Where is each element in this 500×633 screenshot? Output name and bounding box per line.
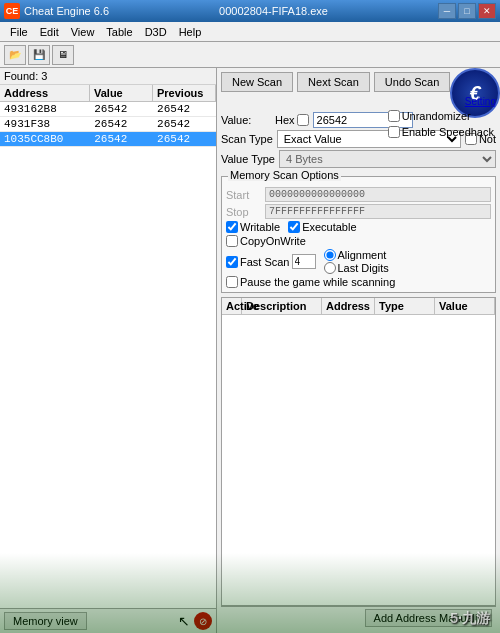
last-digits-label: Last Digits xyxy=(338,262,389,274)
table-row[interactable]: 493162B8 26542 26542 xyxy=(0,102,216,117)
window-controls: ─ □ ✕ xyxy=(438,3,496,19)
next-scan-button[interactable]: Next Scan xyxy=(297,72,370,92)
app-name: Cheat Engine 6.6 xyxy=(24,5,109,17)
col-previous: Previous xyxy=(153,85,216,101)
address-table-body xyxy=(222,315,495,605)
copyonwrite-label: CopyOnWrite xyxy=(240,235,306,247)
title-bar: CE Cheat Engine 6.6 00002804-FIFA18.exe … xyxy=(0,0,500,22)
menu-edit[interactable]: Edit xyxy=(34,24,65,40)
speedhack-checkbox[interactable] xyxy=(388,126,400,138)
copyonwrite-row: CopyOnWrite xyxy=(226,235,491,247)
new-scan-button[interactable]: New Scan xyxy=(221,72,293,92)
table-row[interactable]: 4931F38 26542 26542 xyxy=(0,117,216,132)
window-title: 00002804-FIFA18.exe xyxy=(109,5,438,17)
watermark: 5·九游 xyxy=(450,610,490,628)
alignment-group: Alignment xyxy=(324,249,389,261)
cell-address: 1035CC8B0 xyxy=(0,132,90,146)
cell-previous: 26542 xyxy=(153,102,216,116)
app-icon: CE xyxy=(4,3,20,19)
executable-group: Executable xyxy=(288,221,356,233)
menu-file[interactable]: File xyxy=(4,24,34,40)
value-type-label: Value Type xyxy=(221,153,275,165)
col-type-h: Type xyxy=(375,298,435,314)
fast-scan-checkbox[interactable] xyxy=(226,256,238,268)
writable-group: Writable xyxy=(226,221,280,233)
extra-options: Unrandomizer Enable Speedhack xyxy=(388,110,494,138)
value-label: Value: xyxy=(221,114,271,126)
cell-value: 26542 xyxy=(90,132,153,146)
memory-scan-options: Memory Scan Options Start Stop Writable xyxy=(221,176,496,293)
value-type-select[interactable]: 4 Bytes xyxy=(279,150,496,168)
cell-previous: 26542 xyxy=(153,132,216,146)
pointer-icon: ↖ xyxy=(178,613,190,629)
col-value: Value xyxy=(90,85,153,101)
scan-table-body[interactable]: 493162B8 26542 26542 4931F38 26542 26542… xyxy=(0,102,216,608)
memory-view-button[interactable]: Memory view xyxy=(4,612,87,630)
toolbar-btn-1[interactable]: 📂 xyxy=(4,45,26,65)
col-address-h: Address xyxy=(322,298,375,314)
col-address: Address xyxy=(0,85,90,101)
stop-row: Stop xyxy=(226,204,491,219)
speedhack-label: Enable Speedhack xyxy=(402,126,494,138)
unrandomizer-group: Unrandomizer xyxy=(388,110,494,122)
cell-address: 4931F38 xyxy=(0,117,90,131)
scan-buttons-row: New Scan Next Scan Undo Scan € xyxy=(221,72,496,92)
memory-scan-title: Memory Scan Options xyxy=(228,169,341,181)
unrandomizer-checkbox[interactable] xyxy=(388,110,400,122)
value-type-row: Value Type 4 Bytes xyxy=(221,150,496,168)
hex-checkbox[interactable] xyxy=(297,114,309,126)
main-layout: Found: 3 Address Value Previous 493162B8… xyxy=(0,68,500,633)
cell-value: 26542 xyxy=(90,117,153,131)
fast-scan-label: Fast Scan xyxy=(240,256,290,268)
alignment-radio[interactable] xyxy=(324,249,336,261)
menu-table[interactable]: Table xyxy=(100,24,138,40)
writable-executable-row: Writable Executable xyxy=(226,221,491,233)
toolbar-btn-3[interactable]: 🖥 xyxy=(52,45,74,65)
pause-game-group: Pause the game while scanning xyxy=(226,276,491,288)
executable-checkbox[interactable] xyxy=(288,221,300,233)
stop-label: Stop xyxy=(226,206,261,218)
speedhack-group: Enable Speedhack xyxy=(388,126,494,138)
toolbar-btn-2[interactable]: 💾 xyxy=(28,45,50,65)
left-panel: Found: 3 Address Value Previous 493162B8… xyxy=(0,68,217,633)
col-active: Active xyxy=(222,298,242,314)
writable-checkbox[interactable] xyxy=(226,221,238,233)
address-table-header: Active Description Address Type Value xyxy=(222,298,495,315)
fast-scan-group: Fast Scan xyxy=(226,249,316,274)
maximize-button[interactable]: □ xyxy=(458,3,476,19)
minimize-button[interactable]: ─ xyxy=(438,3,456,19)
settings-link[interactable]: Setting xyxy=(465,96,496,107)
stop-icon[interactable]: ⊘ xyxy=(194,612,212,630)
copyonwrite-checkbox[interactable] xyxy=(226,235,238,247)
left-bottom-bar: Memory view ↖ ⊘ xyxy=(0,608,216,633)
undo-scan-button[interactable]: Undo Scan xyxy=(374,72,450,92)
found-count: Found: 3 xyxy=(0,68,216,85)
writable-label: Writable xyxy=(240,221,280,233)
menu-help[interactable]: Help xyxy=(173,24,208,40)
start-input xyxy=(265,187,491,202)
scan-table-header: Address Value Previous xyxy=(0,85,216,102)
toolbar: 📂 💾 🖥 xyxy=(0,42,500,68)
executable-label: Executable xyxy=(302,221,356,233)
stop-input xyxy=(265,204,491,219)
fast-scan-row: Fast Scan Alignment Last Digits xyxy=(226,249,491,274)
cell-address: 493162B8 xyxy=(0,102,90,116)
table-row[interactable]: 1035CC8B0 26542 26542 xyxy=(0,132,216,147)
cell-value: 26542 xyxy=(90,102,153,116)
copyonwrite-group: CopyOnWrite xyxy=(226,235,306,247)
col-value-h: Value xyxy=(435,298,495,314)
start-label: Start xyxy=(226,189,261,201)
close-button[interactable]: ✕ xyxy=(478,3,496,19)
scan-type-label: Scan Type xyxy=(221,133,273,145)
last-digits-group: Last Digits xyxy=(324,262,389,274)
last-digits-radio[interactable] xyxy=(324,262,336,274)
right-panel: New Scan Next Scan Undo Scan € Setting V… xyxy=(217,68,500,633)
start-row: Start xyxy=(226,187,491,202)
col-description: Description xyxy=(242,298,322,314)
menu-d3d[interactable]: D3D xyxy=(139,24,173,40)
cell-previous: 26542 xyxy=(153,117,216,131)
menu-view[interactable]: View xyxy=(65,24,101,40)
fast-scan-input[interactable] xyxy=(292,254,316,269)
pause-game-checkbox[interactable] xyxy=(226,276,238,288)
menu-bar: File Edit View Table D3D Help xyxy=(0,22,500,42)
